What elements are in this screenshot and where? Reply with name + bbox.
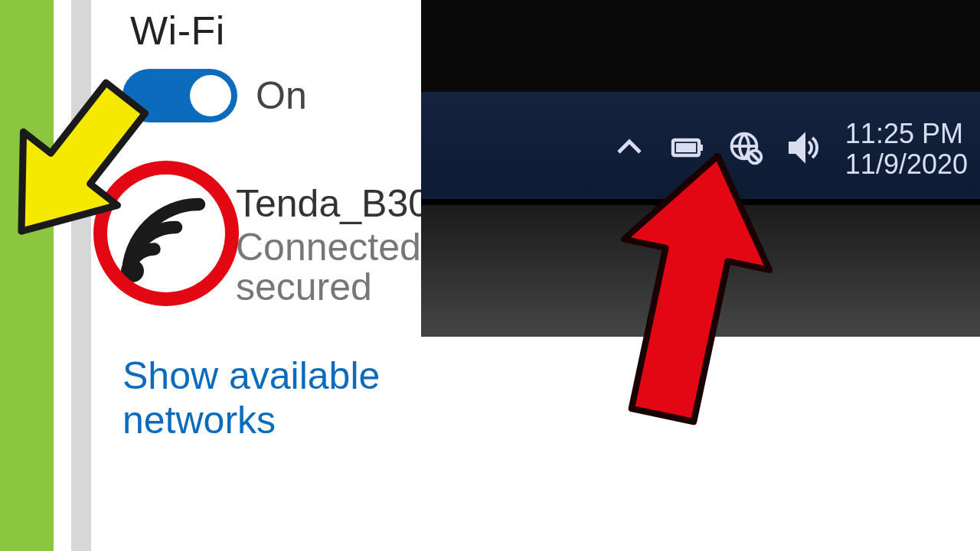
laptop-body: [421, 199, 980, 337]
svg-rect-4: [676, 143, 696, 152]
network-globe-no-internet-icon[interactable]: [727, 129, 764, 169]
taskbar-date: 11/9/2020: [845, 149, 968, 180]
battery-icon[interactable]: [669, 129, 706, 169]
wifi-toggle-label: On: [256, 73, 307, 118]
svg-point-0: [121, 259, 144, 282]
volume-icon[interactable]: [786, 129, 822, 169]
wifi-toggle[interactable]: [122, 69, 237, 122]
taskbar-clock[interactable]: 11:25 PM 11/9/2020: [845, 119, 968, 179]
show-available-networks-link[interactable]: Show available networks: [122, 354, 528, 442]
svg-rect-3: [700, 145, 703, 151]
system-tray: [611, 129, 822, 169]
thumbnail-accent-stripe: [0, 0, 54, 551]
tray-overflow-icon[interactable]: [611, 129, 648, 169]
wifi-signal-icon: [107, 184, 222, 298]
windows-taskbar: 11:25 PM 11/9/2020: [421, 92, 980, 207]
laptop-screen-black: [421, 0, 980, 92]
taskbar-time: 11:25 PM: [845, 119, 968, 149]
taskbar-photo-panel: 11:25 PM 11/9/2020: [421, 0, 980, 337]
thumbnail-divider: [71, 0, 91, 551]
wifi-toggle-knob: [190, 75, 231, 116]
